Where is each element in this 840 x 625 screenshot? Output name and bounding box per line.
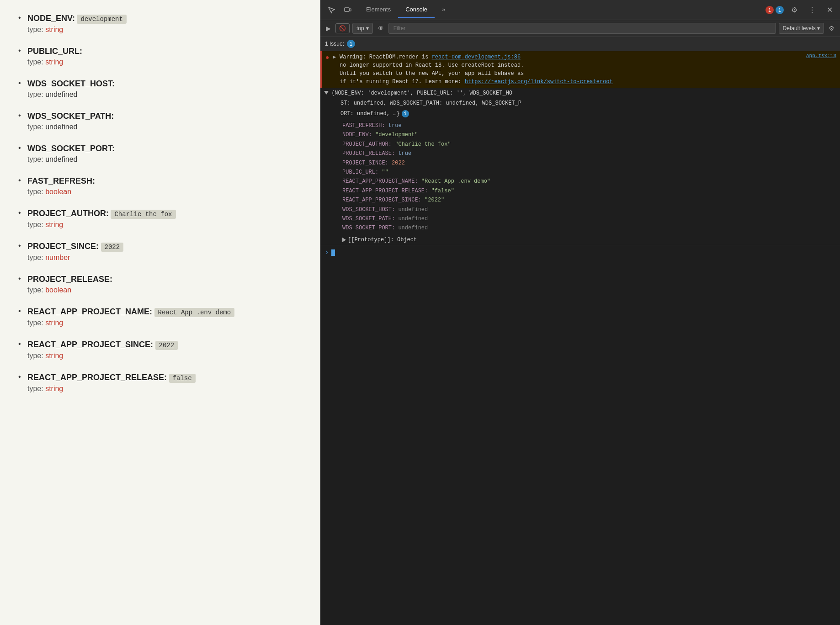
inspect-element-button[interactable] bbox=[324, 4, 339, 16]
env-type-line: type: boolean bbox=[27, 286, 302, 294]
obj-entry: {NODE_ENV: 'development', PUBLIC_URL: ''… bbox=[320, 88, 840, 245]
list-item: REACT_APP_PROJECT_NAME: React App .env d… bbox=[18, 307, 302, 327]
issues-count-badge: 1 bbox=[347, 40, 355, 48]
levels-label: Default levels bbox=[783, 25, 816, 32]
tab-console[interactable]: Console bbox=[398, 1, 435, 18]
list-item: WDS_SOCKET_HOST: type: undefined bbox=[18, 79, 302, 99]
info-badge: i bbox=[402, 110, 409, 117]
console-toolbar: ▶ 🚫 top ▾ 👁 Default levels ▾ ⚙ bbox=[320, 20, 840, 37]
env-value-badge: React App .env demo bbox=[154, 308, 235, 317]
list-item: PROJECT_AUTHOR: Charlie the fox type: st… bbox=[18, 209, 302, 229]
error-badge: 1 bbox=[766, 6, 774, 14]
obj-prop: FAST_REFRESH: true bbox=[342, 121, 490, 130]
obj-properties: FAST_REFRESH: trueNODE_ENV: "development… bbox=[335, 121, 490, 233]
env-type-line: type: string bbox=[27, 385, 302, 393]
env-key: REACT_APP_PROJECT_SINCE: bbox=[27, 340, 153, 349]
obj-line-3: ORT: undefined, …} bbox=[340, 111, 400, 117]
env-type-value: undefined bbox=[45, 123, 77, 131]
obj-expand-arrow[interactable] bbox=[324, 91, 329, 95]
console-prompt: › bbox=[320, 245, 840, 260]
context-dropdown[interactable]: top ▾ bbox=[352, 23, 373, 34]
settings-button[interactable]: ⚙ bbox=[787, 3, 801, 17]
env-key: WDS_SOCKET_PORT: bbox=[27, 144, 115, 153]
svg-rect-1 bbox=[350, 9, 351, 11]
env-key: PROJECT_RELEASE: bbox=[27, 275, 112, 284]
levels-dropdown[interactable]: Default levels ▾ bbox=[779, 23, 824, 34]
devtools-panel: Elements Console » 1 1 ⚙ ⋮ ✕ ▶ 🚫 top ▾ bbox=[320, 0, 840, 625]
env-type-line: type: undefined bbox=[27, 155, 302, 164]
env-type-line: type: string bbox=[27, 352, 302, 360]
device-toolbar-button[interactable] bbox=[340, 4, 355, 16]
env-key: NODE_ENV: bbox=[27, 14, 75, 23]
env-value-badge: false bbox=[169, 374, 196, 383]
warning-text-3: Until you switch to the new API, your ap… bbox=[340, 70, 524, 77]
warning-text-4: if it's running React 17. Learn more: bbox=[340, 79, 465, 85]
env-value-badge: 2022 bbox=[101, 243, 124, 252]
list-item: REACT_APP_PROJECT_SINCE: 2022 type: stri… bbox=[18, 340, 302, 360]
console-clear-button[interactable]: ▶ bbox=[324, 23, 333, 34]
learn-more-link[interactable]: https://reactjs.org/link/switch-to-creat… bbox=[465, 79, 613, 85]
env-key: REACT_APP_PROJECT_RELEASE: bbox=[27, 373, 167, 382]
env-type-line: type: number bbox=[27, 254, 302, 262]
env-type-value: boolean bbox=[45, 286, 71, 294]
more-options-button[interactable]: ⋮ bbox=[805, 3, 819, 17]
env-value-badge: Charlie the fox bbox=[111, 210, 175, 219]
env-type-value: string bbox=[45, 385, 63, 392]
list-item: PROJECT_SINCE: 2022 type: number bbox=[18, 242, 302, 262]
prototype-expand[interactable] bbox=[342, 238, 346, 242]
env-key: WDS_SOCKET_HOST: bbox=[27, 79, 115, 88]
obj-prop: WDS_SOCKET_HOST: undefined bbox=[342, 205, 490, 214]
list-item: PUBLIC_URL: type: string bbox=[18, 47, 302, 66]
error-icon: ● bbox=[325, 54, 329, 61]
env-key: PROJECT_AUTHOR: bbox=[27, 209, 109, 218]
close-devtools-button[interactable]: ✕ bbox=[823, 3, 836, 17]
env-type-value: string bbox=[45, 352, 63, 360]
obj-prop: REACT_APP_PROJECT_NAME: "React App .env … bbox=[342, 177, 490, 186]
env-key: PROJECT_SINCE: bbox=[27, 242, 99, 251]
console-settings-button[interactable]: ⚙ bbox=[827, 23, 836, 34]
tab-elements[interactable]: Elements bbox=[359, 1, 398, 18]
env-type-value: undefined bbox=[45, 155, 77, 163]
env-key: PUBLIC_URL: bbox=[27, 47, 82, 56]
warning-expand-arrow[interactable]: ▶ bbox=[333, 54, 336, 60]
env-type-line: type: undefined bbox=[27, 123, 302, 131]
obj-prop: WDS_SOCKET_PORT: undefined bbox=[342, 223, 490, 233]
warning-source-link[interactable]: react-dom.development.js:86 bbox=[432, 54, 521, 60]
env-type-value: number bbox=[45, 254, 70, 261]
obj-line-1: {NODE_ENV: 'development', PUBLIC_URL: ''… bbox=[331, 90, 512, 96]
console-filter-input[interactable] bbox=[388, 23, 776, 34]
devtools-top-toolbar: Elements Console » 1 1 ⚙ ⋮ ✕ bbox=[320, 0, 840, 20]
prompt-cursor[interactable] bbox=[331, 249, 335, 256]
console-stop-button[interactable]: 🚫 bbox=[335, 23, 350, 33]
obj-prop: PROJECT_AUTHOR: "Charlie the fox" bbox=[342, 140, 490, 149]
env-type-line: type: string bbox=[27, 221, 302, 229]
env-type-value: undefined bbox=[45, 90, 77, 98]
context-dropdown-arrow: ▾ bbox=[366, 25, 369, 32]
env-type-value: string bbox=[45, 221, 63, 228]
env-type-value: boolean bbox=[45, 188, 71, 196]
list-item: REACT_APP_PROJECT_RELEASE: false type: s… bbox=[18, 373, 302, 393]
env-key: REACT_APP_PROJECT_NAME: bbox=[27, 307, 152, 316]
app-panel: NODE_ENV: development type: string PUBLI… bbox=[0, 0, 320, 625]
issues-label: 1 Issue: bbox=[325, 41, 344, 47]
obj-prop: PROJECT_SINCE: 2022 bbox=[342, 159, 490, 168]
context-dropdown-label: top bbox=[356, 25, 364, 32]
env-key: FAST_REFRESH: bbox=[27, 176, 95, 185]
obj-line-2: ST: undefined, WDS_SOCKET_PATH: undefine… bbox=[335, 100, 521, 106]
env-type-value: string bbox=[45, 26, 63, 33]
env-type-line: type: boolean bbox=[27, 188, 302, 196]
list-item: WDS_SOCKET_PATH: type: undefined bbox=[18, 111, 302, 131]
warning-text-1: Warning: ReactDOM.render is bbox=[340, 54, 432, 60]
list-item: WDS_SOCKET_PORT: type: undefined bbox=[18, 144, 302, 164]
obj-prop: PUBLIC_URL: "" bbox=[342, 168, 490, 177]
warning-text-2: no longer supported in React 18. Use cre… bbox=[340, 62, 524, 69]
eye-button[interactable]: 👁 bbox=[376, 23, 386, 34]
env-value-badge: 2022 bbox=[155, 341, 178, 350]
app-source-link[interactable]: App.tsx:13 bbox=[806, 53, 836, 58]
tab-more[interactable]: » bbox=[435, 1, 452, 18]
obj-prop: REACT_APP_PROJECT_RELEASE: "false" bbox=[342, 186, 490, 196]
env-type-value: string bbox=[45, 58, 63, 66]
env-type-line: type: string bbox=[27, 58, 302, 66]
obj-prop: NODE_ENV: "development" bbox=[342, 130, 490, 139]
list-item: NODE_ENV: development type: string bbox=[18, 14, 302, 34]
